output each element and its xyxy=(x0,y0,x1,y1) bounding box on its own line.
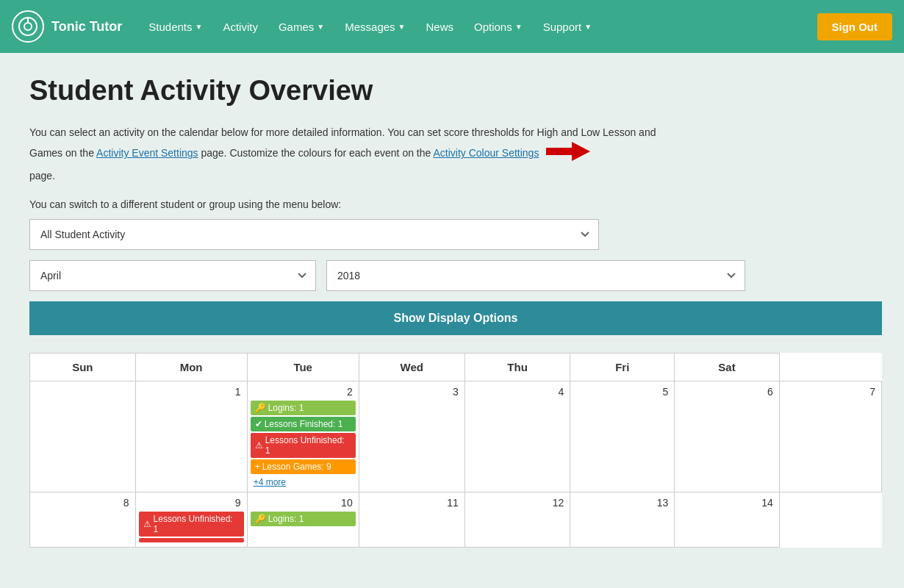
chevron-down-icon: ▼ xyxy=(398,23,406,31)
calendar-day-7[interactable]: 7 xyxy=(779,381,881,492)
chevron-down-icon: ▼ xyxy=(515,23,523,31)
chevron-down-icon: ▼ xyxy=(584,23,592,31)
logo-icon xyxy=(12,10,44,43)
switch-student-text: You can switch to a different student or… xyxy=(29,198,875,210)
chevron-down-icon: ▼ xyxy=(195,23,203,31)
student-select-row: All Student Activity xyxy=(29,219,875,250)
calendar-day-2[interactable]: 2 🔑Logins: 1 ✔Lessons Finished: 1 ⚠Lesso… xyxy=(247,381,359,492)
calendar-day-empty xyxy=(30,381,136,492)
col-tue: Tue xyxy=(247,354,359,381)
nav-support[interactable]: Support ▼ xyxy=(534,15,600,39)
col-thu: Thu xyxy=(464,354,570,381)
nav-students[interactable]: Students ▼ xyxy=(140,15,211,39)
calendar-week-1: 1 2 🔑Logins: 1 ✔Lessons Finished: 1 ⚠Les… xyxy=(30,381,882,492)
nav-items: Students ▼ Activity Games ▼ Messages ▼ N… xyxy=(140,15,817,39)
svg-point-1 xyxy=(24,23,32,30)
calendar-day-8[interactable]: 8 xyxy=(30,492,136,548)
logo: Tonic Tutor xyxy=(12,10,122,43)
activity-calendar: Sun Mon Tue Wed Thu Fri Sat 1 2 🔑Logins: xyxy=(29,353,882,548)
calendar-day-1[interactable]: 1 xyxy=(135,381,247,492)
year-select[interactable]: 2016 2017 2018 2019 xyxy=(326,260,745,291)
month-year-row: January February March April May June Ju… xyxy=(29,260,875,291)
event-lessons-finished[interactable]: ✔Lessons Finished: 1 xyxy=(251,417,356,431)
calendar-day-6[interactable]: 6 xyxy=(675,381,780,492)
event-logins-10[interactable]: 🔑Logins: 1 xyxy=(251,512,356,526)
calendar-day-11[interactable]: 11 xyxy=(359,492,464,548)
chevron-down-icon: ▼ xyxy=(317,23,324,31)
nav-games[interactable]: Games ▼ xyxy=(270,15,333,39)
show-display-options-button[interactable]: Show Display Options xyxy=(29,301,882,335)
event-lesson-games[interactable]: +Lesson Games: 9 xyxy=(251,459,356,474)
col-fri: Fri xyxy=(570,354,675,381)
calendar-day-13[interactable]: 13 xyxy=(570,492,675,548)
month-select[interactable]: January February March April May June Ju… xyxy=(29,260,316,291)
col-wed: Wed xyxy=(359,354,464,381)
calendar-day-12[interactable]: 12 xyxy=(464,492,570,548)
page-title: Student Activity Overview xyxy=(29,75,875,107)
nav-news[interactable]: News xyxy=(417,15,463,39)
calendar-day-3[interactable]: 3 xyxy=(359,381,464,492)
col-sun: Sun xyxy=(30,354,136,381)
student-select[interactable]: All Student Activity xyxy=(29,219,599,250)
event-lessons-unfinished-9[interactable]: ⚠Lessons Unfinished: 1 xyxy=(139,512,244,537)
calendar-day-5[interactable]: 5 xyxy=(570,381,675,492)
red-arrow-indicator xyxy=(546,140,590,167)
calendar-day-14[interactable]: 14 xyxy=(675,492,780,548)
event-logins[interactable]: 🔑Logins: 1 xyxy=(251,401,356,415)
activity-colour-settings-link[interactable]: Activity Colour Settings xyxy=(433,147,539,159)
col-sat: Sat xyxy=(675,354,780,381)
description: You can select an activity on the calend… xyxy=(29,124,669,184)
calendar-day-10[interactable]: 10 🔑Logins: 1 xyxy=(247,492,359,548)
event-extra-9[interactable] xyxy=(139,538,244,542)
sign-out-button[interactable]: Sign Out xyxy=(817,13,893,40)
main-content: Student Activity Overview You can select… xyxy=(0,53,904,570)
nav-options[interactable]: Options ▼ xyxy=(465,15,531,39)
navbar: Tonic Tutor Students ▼ Activity Games ▼ … xyxy=(0,0,904,53)
calendar-day-9[interactable]: 9 ⚠Lessons Unfinished: 1 xyxy=(135,492,247,548)
activity-event-settings-link[interactable]: Activity Event Settings xyxy=(96,147,198,159)
nav-activity[interactable]: Activity xyxy=(214,15,267,39)
nav-messages[interactable]: Messages ▼ xyxy=(336,15,414,39)
calendar-header-row: Sun Mon Tue Wed Thu Fri Sat xyxy=(30,354,882,381)
event-lessons-unfinished[interactable]: ⚠Lessons Unfinished: 1 xyxy=(251,433,356,458)
calendar-day-4[interactable]: 4 xyxy=(464,381,570,492)
col-mon: Mon xyxy=(135,354,247,381)
calendar-week-2: 8 9 ⚠Lessons Unfinished: 1 10 🔑Logins: 1 xyxy=(30,492,882,548)
logo-text: Tonic Tutor xyxy=(51,19,122,35)
more-events-link[interactable]: +4 more xyxy=(251,476,356,489)
svg-marker-3 xyxy=(546,142,590,161)
